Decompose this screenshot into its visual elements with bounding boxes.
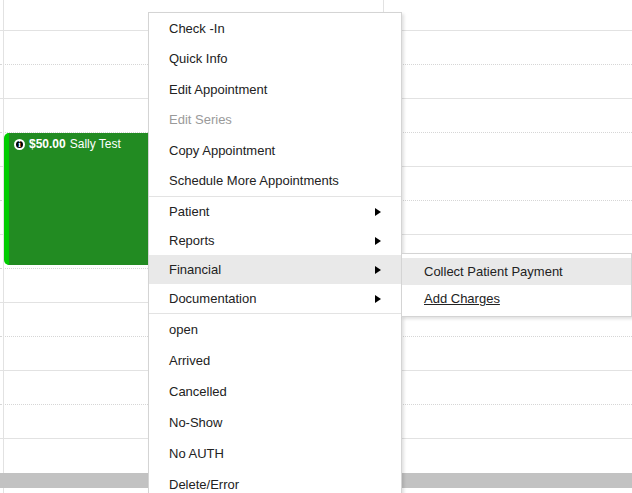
menu-item-check-in[interactable]: Check -In: [149, 13, 401, 44]
menu-item-no-auth[interactable]: No AUTH: [149, 438, 401, 469]
menu-item-reports[interactable]: Reports: [149, 226, 401, 255]
menu-item-patient[interactable]: Patient: [149, 197, 401, 226]
financial-submenu: Collect Patient PaymentAdd Charges: [401, 253, 632, 317]
menu-item-label: open: [169, 322, 198, 337]
menu-item-label: No AUTH: [169, 446, 224, 461]
menu-item-copy-appointment[interactable]: Copy Appointment: [149, 135, 401, 166]
menu-item-label: Edit Appointment: [169, 82, 267, 97]
menu-item-label: No-Show: [169, 415, 222, 430]
appointment-amount: $50.00: [29, 137, 66, 151]
menu-item-edit-appointment[interactable]: Edit Appointment: [149, 74, 401, 105]
info-icon[interactable]: i: [14, 139, 25, 150]
appointment-label: i $50.00 Sally Test: [14, 137, 121, 151]
submenu-arrow-icon: [375, 208, 381, 216]
menu-item-delete-error[interactable]: Delete/Error: [149, 469, 401, 493]
menu-item-label: Patient: [169, 204, 209, 219]
menu-item-label: Documentation: [169, 291, 256, 306]
menu-item-no-show[interactable]: No-Show: [149, 407, 401, 438]
submenu-arrow-icon: [375, 237, 381, 245]
menu-item-label: Delete/Error: [169, 477, 239, 492]
menu-item-cancelled[interactable]: Cancelled: [149, 376, 401, 407]
menu-item-label: Edit Series: [169, 112, 232, 127]
menu-item-schedule-more-appointments[interactable]: Schedule More Appointments: [149, 166, 401, 197]
menu-item-label: Reports: [169, 233, 215, 248]
menu-item-label: Arrived: [169, 353, 210, 368]
menu-item-financial[interactable]: Financial: [149, 255, 401, 284]
menu-item-label: Financial: [169, 262, 221, 277]
menu-item-arrived[interactable]: Arrived: [149, 345, 401, 376]
submenu-arrow-icon: [375, 266, 381, 274]
menu-item-quick-info[interactable]: Quick Info: [149, 44, 401, 75]
menu-item-edit-series: Edit Series: [149, 105, 401, 136]
context-menu: Check -InQuick InfoEdit AppointmentEdit …: [148, 12, 402, 493]
menu-item-label: Schedule More Appointments: [169, 173, 339, 188]
submenu-item-collect-patient-payment[interactable]: Collect Patient Payment: [402, 258, 631, 285]
menu-item-label: Cancelled: [169, 384, 227, 399]
menu-item-documentation[interactable]: Documentation: [149, 284, 401, 313]
submenu-arrow-icon: [375, 295, 381, 303]
appointment-patient-name: Sally Test: [70, 137, 121, 151]
submenu-item-add-charges[interactable]: Add Charges: [402, 285, 631, 312]
menu-item-open[interactable]: open: [149, 314, 401, 345]
scheduler-screen: i $50.00 Sally Test Check -InQuick InfoE…: [0, 0, 632, 493]
menu-item-label: Quick Info: [169, 51, 228, 66]
menu-item-label: Copy Appointment: [169, 143, 275, 158]
menu-item-label: Check -In: [169, 21, 225, 36]
